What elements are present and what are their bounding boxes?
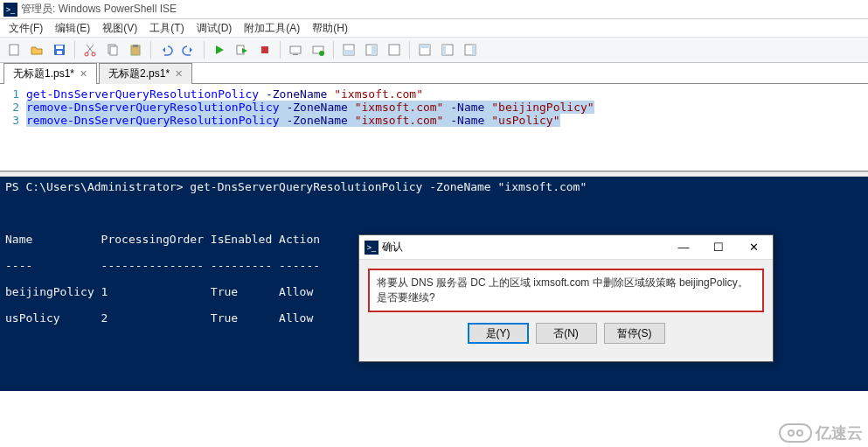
svg-rect-9 [133, 45, 138, 47]
dialog-message: 将要从 DNS 服务器 DC 上的区域 ixmsoft.com 中删除区域级策略… [368, 269, 764, 312]
paste-icon[interactable] [125, 39, 146, 60]
svg-rect-22 [420, 45, 430, 48]
console-blank [5, 206, 863, 220]
watermark-text: 亿速云 [816, 423, 863, 444]
suspend-button[interactable]: 暂停(S) [604, 323, 665, 344]
console-blank [5, 364, 863, 377]
dialog-titlebar[interactable]: >_ 确认 — ☐ ✕ [359, 235, 773, 260]
save-icon[interactable] [49, 39, 70, 60]
svg-point-15 [319, 51, 324, 56]
watermark: 亿速云 [779, 423, 863, 444]
editor-tabs: 无标题1.ps1* ✕ 无标题2.ps1* ✕ [0, 63, 868, 84]
app-icon: >_ [3, 3, 17, 17]
svg-rect-13 [293, 54, 298, 55]
remote-icon[interactable] [285, 39, 306, 60]
run-selection-icon[interactable] [232, 39, 253, 60]
svg-rect-3 [57, 51, 62, 54]
titlebar: >_ 管理员: Windows PowerShell ISE [0, 0, 868, 19]
svg-rect-20 [389, 45, 399, 55]
redo-icon[interactable] [178, 39, 199, 60]
layout2-icon[interactable] [361, 39, 382, 60]
script-editor[interactable]: 1 get-DnsServerQueryResolutionPolicy -Zo… [0, 84, 868, 171]
undo-icon[interactable] [156, 39, 177, 60]
close-icon[interactable]: ✕ [736, 237, 771, 258]
tab-2-label: 无标题2.ps1* [108, 66, 170, 81]
no-button[interactable]: 否(N) [536, 323, 597, 344]
panel3-icon[interactable] [460, 39, 481, 60]
panel1-icon[interactable] [414, 39, 435, 60]
tab-1-label: 无标题1.ps1* [13, 66, 74, 81]
yes-button[interactable]: 是(Y) [468, 323, 529, 344]
line-number: 1 [0, 87, 26, 101]
tab-1-close-icon[interactable]: ✕ [80, 68, 87, 80]
svg-rect-26 [472, 45, 476, 55]
svg-rect-2 [56, 45, 63, 49]
toolbar [0, 37, 868, 63]
menu-edit[interactable]: 编辑(E) [50, 19, 95, 38]
new-icon[interactable] [3, 39, 24, 60]
svg-rect-12 [290, 46, 301, 53]
window-title: 管理员: Windows PowerShell ISE [21, 2, 177, 17]
layout1-icon[interactable] [338, 39, 359, 60]
layout3-icon[interactable] [384, 39, 405, 60]
menu-help[interactable]: 帮助(H) [307, 19, 353, 38]
menu-file[interactable]: 文件(F) [3, 19, 48, 38]
console-line: PS C:\Users\Administrator> get-DnsServer… [5, 180, 863, 193]
stop-icon[interactable] [254, 39, 275, 60]
panel2-icon[interactable] [437, 39, 458, 60]
svg-rect-19 [372, 45, 377, 55]
console-line: PS C:\Users\Administrator> remove-DnsSer… [5, 390, 863, 391]
minimize-icon[interactable]: — [666, 237, 701, 258]
tab-2-close-icon[interactable]: ✕ [175, 68, 183, 80]
menu-tools[interactable]: 工具(T) [144, 19, 189, 38]
line-number: 3 [0, 114, 26, 127]
svg-rect-17 [344, 50, 354, 55]
tab-1[interactable]: 无标题1.ps1* ✕ [3, 63, 97, 84]
menu-view[interactable]: 视图(V) [97, 19, 142, 38]
tab-2[interactable]: 无标题2.ps1* ✕ [99, 63, 192, 84]
svg-rect-24 [442, 45, 446, 55]
menu-debug[interactable]: 调试(D) [191, 19, 238, 38]
copy-icon[interactable] [102, 39, 123, 60]
line-number: 2 [0, 101, 26, 114]
svg-rect-11 [261, 46, 268, 53]
maximize-icon[interactable]: ☐ [701, 237, 736, 258]
svg-rect-0 [10, 45, 18, 55]
confirm-dialog: >_ 确认 — ☐ ✕ 将要从 DNS 服务器 DC 上的区域 ixmsoft.… [358, 234, 774, 362]
new-remote-icon[interactable] [308, 39, 329, 60]
open-icon[interactable] [26, 39, 47, 60]
svg-rect-7 [110, 46, 117, 55]
watermark-logo-icon [779, 423, 812, 443]
run-icon[interactable] [209, 39, 230, 60]
dialog-icon: >_ [365, 241, 378, 255]
menubar: 文件(F) 编辑(E) 视图(V) 工具(T) 调试(D) 附加工具(A) 帮助… [0, 19, 868, 37]
menu-addons[interactable]: 附加工具(A) [239, 19, 305, 38]
cut-icon[interactable] [80, 39, 101, 60]
dialog-title: 确认 [382, 240, 666, 255]
